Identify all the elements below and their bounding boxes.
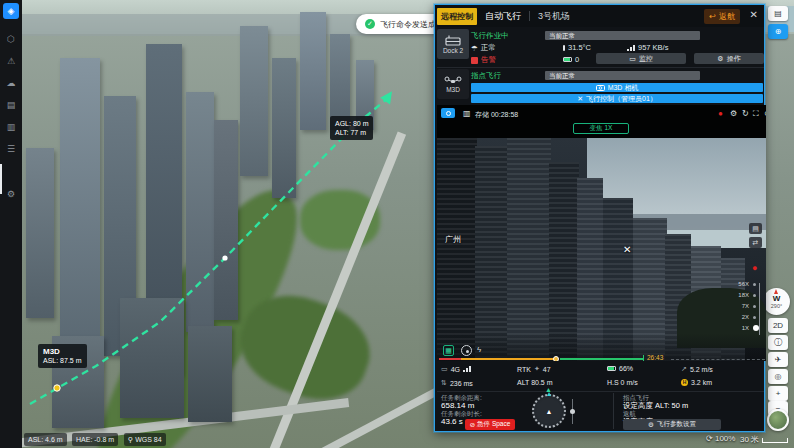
center-target-button[interactable]: ◎ — [768, 369, 788, 384]
zoom-level-current: 1X — [733, 325, 749, 331]
compass-direction: W — [773, 295, 781, 303]
monitor-button[interactable]: ▭ 监控 — [596, 53, 686, 64]
datum-chip[interactable]: ⚲ WGS 84 — [124, 433, 166, 446]
app-logo[interactable]: ◈ — [3, 3, 19, 19]
sidebar-item-projects[interactable]: ⬡ — [0, 30, 22, 48]
return-home-button[interactable]: ↩ 返航 — [704, 9, 740, 24]
sidebar-item-weather[interactable]: ☁ — [0, 74, 22, 92]
hae-text: HAE: -0.8 m — [76, 436, 114, 443]
lens-wide-button[interactable]: ▤ — [749, 223, 762, 234]
timeline-tick — [643, 355, 644, 361]
zoom-level-label: 18X — [733, 292, 749, 298]
dock-site-name[interactable]: 3号机场 — [538, 10, 570, 23]
zoom-level-label: 7X — [733, 303, 749, 309]
app-root: AGL: 80 m ALT: 77 m M3D ASL: 87.5 m ✓ 飞行… — [0, 0, 794, 448]
timeline-future — [671, 359, 765, 360]
battery-icon — [563, 57, 572, 62]
flight-control-button[interactable]: ✕ 飞行控制（管理员01） — [471, 94, 763, 103]
video-feed[interactable]: ▥ 存储 00:28:58 ● ⚙ ↻ ⛶ ⊙ 变焦 1X — [437, 105, 766, 361]
timeline-marker[interactable] — [553, 356, 559, 361]
aircraft-locate-button[interactable]: ✈ — [768, 352, 788, 367]
record-dot-icon[interactable]: ● — [752, 263, 757, 273]
battery-icon — [607, 366, 616, 371]
device-dock[interactable]: Dock 2 — [437, 29, 469, 59]
drone-health-bar: 当前正常 — [545, 71, 700, 80]
measure-button[interactable]: ⊕ — [768, 24, 788, 39]
minimap-toggle[interactable]: ▦ — [443, 345, 454, 356]
monitor-icon: ▭ — [441, 365, 448, 373]
zoom-level-label: 2X — [733, 314, 749, 320]
emergency-stop-button[interactable]: ⊘ 急停 Space — [465, 419, 515, 430]
camera-view-button[interactable]: M3D 相机 — [471, 83, 763, 92]
sidebar-item-settings[interactable]: ⚙ — [0, 185, 22, 203]
telemetry-altitude: ALT 80.5 m — [517, 379, 553, 386]
settings-icon[interactable]: ⚙ — [730, 109, 737, 118]
drone-icon — [444, 76, 462, 85]
power-icon[interactable]: ⊙ — [764, 109, 766, 118]
dock-health-bar: 当前正常 — [545, 31, 700, 40]
dock-battery: 0 — [563, 55, 579, 64]
sidebar-active-indicator — [0, 164, 2, 194]
lens-swap-button[interactable]: ⇄ — [749, 237, 762, 248]
monitor-icon: ▭ — [629, 55, 636, 63]
section-divider — [437, 67, 764, 68]
satellite-icon: ✦ — [534, 365, 540, 373]
device-drone[interactable]: M3D — [437, 69, 469, 99]
mode-2d-button[interactable]: 2D — [768, 318, 788, 333]
sidebar-item-media[interactable]: ▥ — [0, 118, 22, 136]
scale-label: 30 米 — [740, 434, 759, 445]
zoom-level-slider[interactable]: 56X 18X 7X 2X 1X — [733, 281, 765, 337]
hae-chip: HAE: -0.8 m — [72, 433, 118, 446]
city-watermark: 广州 — [445, 234, 461, 245]
panel-header: 远程控制 自动飞行 3号机场 ↩ 返航 ✕ — [435, 5, 764, 27]
gimbal-dial-icon[interactable] — [461, 345, 472, 356]
flight-control-panel: 远程控制 自动飞行 3号机场 ↩ 返航 ✕ Dock 2 飞行作业中 当前正常 … — [434, 4, 765, 432]
timeline-warning — [461, 358, 556, 360]
measure-icon: ⊕ — [775, 27, 782, 36]
drone-device-name: M3D — [446, 86, 460, 93]
info-button[interactable]: ⓘ — [768, 335, 788, 350]
alt-value: ALT: 77 m — [335, 128, 368, 137]
scale-bar — [762, 438, 788, 443]
sidebar-item-tasks[interactable]: ☰ — [0, 140, 22, 158]
sidebar-item-library[interactable]: ▤ — [0, 96, 22, 114]
header-divider — [529, 11, 530, 21]
sidebar-item-alerts[interactable]: ⚠ — [0, 52, 22, 70]
gimbal-pitch-slider[interactable] — [572, 399, 573, 424]
gear-icon: ⚙ — [717, 55, 723, 63]
compass[interactable]: W 290° — [763, 288, 790, 315]
drone-position-badge: M3D ASL: 87.5 m — [38, 344, 87, 368]
panel-title: 自动飞行 — [485, 10, 521, 23]
zoom-mode-indicator[interactable]: 变焦 1X — [573, 123, 629, 134]
layers-button[interactable]: ▤ — [768, 6, 788, 21]
fullscreen-icon[interactable]: ⛶ — [753, 109, 759, 119]
operate-button[interactable]: ⚙ 操作 — [694, 53, 764, 64]
close-icon[interactable]: ✕ — [750, 9, 758, 20]
mode-2d-label: 2D — [773, 321, 783, 330]
thermometer-icon — [563, 45, 565, 51]
dock-alarm[interactable]: 告警 — [471, 55, 496, 65]
telemetry-signal: ▭ 4G — [441, 365, 471, 373]
grid-icon: ▦ — [445, 347, 452, 355]
telemetry-divider — [437, 391, 764, 392]
datum-text: WGS 84 — [135, 436, 161, 443]
flight-params-button[interactable]: ⚙ 飞行参数设置 — [623, 419, 721, 430]
info-icon: ⓘ — [774, 337, 782, 348]
zoom-in-button[interactable]: + — [768, 386, 788, 401]
storage-timer: 存储 00:28:58 — [475, 110, 518, 120]
layers-icon: ▤ — [774, 9, 782, 18]
remote-control-tab[interactable]: 远程控制 — [437, 8, 477, 25]
flash-icon[interactable]: ϟ — [477, 345, 481, 354]
telemetry-wind: ↗ 5.2 m/s — [681, 365, 713, 373]
camera-source-icon[interactable] — [441, 108, 455, 118]
flight-path — [0, 0, 434, 448]
refresh-icon[interactable]: ↻ — [742, 109, 749, 118]
control-sticks-icon: ✕ — [577, 94, 583, 103]
timeline-critical — [439, 358, 461, 360]
wide-icon: ▤ — [752, 225, 759, 233]
basemap-thumbnail[interactable] — [767, 409, 789, 431]
record-icon[interactable]: ● — [718, 109, 723, 118]
dock-health-text: 当前正常 — [549, 32, 575, 39]
drone-status: 指点飞行 — [471, 71, 501, 81]
attitude-compass[interactable]: ▲ — [532, 394, 566, 428]
